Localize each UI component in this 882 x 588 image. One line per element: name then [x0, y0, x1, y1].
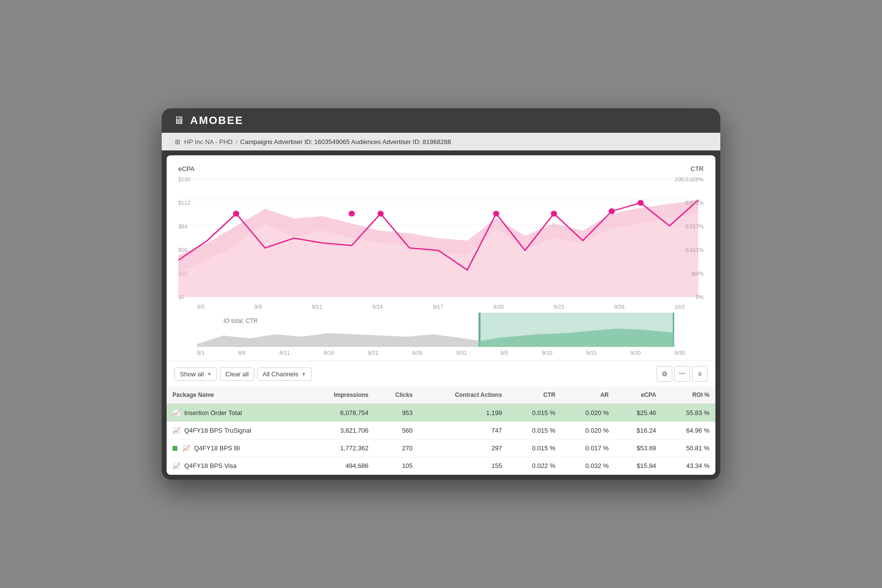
cell-impressions: 484,686 — [304, 457, 374, 475]
svg-point-11 — [493, 211, 499, 217]
cell-ar: 0.020 % — [561, 422, 614, 440]
cell-roi: 50.81 % — [662, 440, 715, 457]
breadcrumb-separator: / — [236, 138, 238, 146]
mini-chart-inner: IO total: CTR — [197, 313, 674, 347]
svg-point-13 — [609, 208, 615, 214]
chart-icon: 〰 — [679, 370, 686, 378]
gear-icon: ⚙ — [662, 370, 668, 378]
cell-clicks: 105 — [374, 457, 418, 475]
cell-roi: 55.83 % — [662, 404, 715, 422]
chevron-down-icon: ▼ — [207, 371, 212, 377]
cell-clicks: 270 — [374, 440, 418, 457]
cell-package-name: 📈Q4FY18 BPS BI — [167, 440, 304, 457]
cell-package-name: 📈Insertion Order Total — [167, 404, 304, 421]
mini-chart-label: IO total: CTR — [220, 317, 261, 325]
svg-point-10 — [377, 211, 384, 217]
cell-ctr: 0.015 % — [508, 440, 562, 457]
table-controls: Show all ▼ Clear all All Channels ▼ ⚙ 〰 — [167, 361, 715, 387]
screen-wrapper: 🖥 AMOBEE ⊞ HP Inc NA - PHD / Campaigns A… — [162, 108, 720, 480]
grid-icon: ⊞ — [173, 138, 181, 146]
cell-package-name: 📈Q4FY18 BPS Visa — [167, 457, 304, 474]
cell-ar: 0.017 % — [561, 440, 614, 457]
col-header-clicks: Clicks — [374, 387, 418, 404]
row-name: Q4FY18 BPS BI — [194, 444, 240, 452]
svg-point-9 — [348, 211, 355, 217]
chevron-down-icon-2: ▼ — [301, 371, 306, 377]
cell-ecpa: $15.84 — [614, 457, 662, 475]
top-bar: 🖥 AMOBEE — [162, 108, 720, 133]
chart-right-label: CTR — [690, 165, 704, 172]
cell-ctr: 0.015 % — [508, 422, 562, 440]
settings-button[interactable]: ⚙ — [657, 366, 672, 382]
table-row[interactable]: 📈Insertion Order Total6,078,7549531,1990… — [167, 404, 715, 422]
mini-y-spacer — [178, 313, 197, 347]
col-header-package: Package Name — [167, 387, 304, 404]
controls-right: ⚙ 〰 ≡ — [657, 366, 708, 382]
svg-point-8 — [233, 211, 239, 217]
mini-y-right-spacer — [674, 313, 704, 347]
table-body: 📈Insertion Order Total6,078,7549531,1990… — [167, 404, 715, 475]
data-table: Package Name Impressions Clicks Contract… — [167, 387, 715, 475]
row-chart-icon: 📈 — [172, 462, 180, 469]
green-square-icon — [172, 446, 177, 451]
header-row: Package Name Impressions Clicks Contract… — [167, 387, 715, 404]
col-header-ecpa: eCPA — [614, 387, 662, 404]
mini-chart-svg — [197, 313, 674, 347]
col-header-ctr: CTR — [508, 387, 562, 404]
cell-contract_actions: 297 — [418, 440, 508, 457]
app-logo: AMOBEE — [190, 114, 244, 127]
row-chart-icon: 📈 — [172, 409, 180, 416]
col-header-impressions: Impressions — [304, 387, 374, 404]
chart-svg-wrapper — [178, 174, 704, 302]
show-all-button[interactable]: Show all ▼ — [174, 368, 217, 381]
cell-ecpa: $16.24 — [614, 422, 662, 440]
cell-contract_actions: 155 — [418, 457, 508, 475]
chart-left-label: eCPA — [178, 165, 195, 172]
table-row[interactable]: 📈Q4FY18 BPS Visa484,6861051550.022 %0.03… — [167, 457, 715, 475]
row-chart-icon: 📈 — [172, 427, 180, 434]
chart-labels-top: eCPA CTR — [178, 165, 704, 172]
show-all-label: Show all — [180, 370, 204, 378]
y-axis-right: 200,0.028% 0.022% 0.017% 0.011% 6m% 0% — [674, 174, 704, 302]
col-header-contract: Contract Actions — [418, 387, 508, 404]
cell-impressions: 3,821,706 — [304, 422, 374, 440]
cell-ctr: 0.015 % — [508, 404, 562, 422]
cell-roi: 64.96 % — [662, 422, 715, 440]
table-row[interactable]: 📈Q4FY18 BPS BI1,772,3622702970.015 %0.01… — [167, 440, 715, 457]
breadcrumb-current: Campaigns Advertiser ID: 1603549065 Audi… — [240, 138, 451, 146]
col-header-ar: AR — [561, 387, 614, 404]
svg-point-12 — [551, 211, 557, 217]
row-chart-icon: 📈 — [182, 444, 190, 452]
table-row[interactable]: 📈Q4FY18 BPS TruSignal3,821,7065607470.01… — [167, 422, 715, 440]
clear-label: Clear all — [225, 370, 249, 378]
cell-impressions: 1,772,362 — [304, 440, 374, 457]
col-header-roi: ROI % — [662, 387, 715, 404]
controls-left: Show all ▼ Clear all All Channels ▼ — [174, 368, 653, 381]
menu-icon: ≡ — [698, 370, 702, 378]
row-name: Q4FY18 BPS Visa — [184, 462, 237, 469]
mini-chart: IO total: CTR — [178, 313, 704, 347]
cell-ecpa: $53.69 — [614, 440, 662, 457]
cell-impressions: 6,078,754 — [304, 404, 374, 422]
chart-toggle-button[interactable]: 〰 — [674, 366, 690, 382]
clear-button[interactable]: Clear all — [220, 368, 254, 381]
channels-dropdown[interactable]: All Channels ▼ — [257, 368, 312, 381]
x-axis-main: 9/5 9/8 9/11 9/14 9/17 9/20 9/23 9/26 10… — [178, 302, 704, 310]
mini-x-axis: 8/1 8/6 8/11 8/16 8/21 8/26 8/31 9/5 9/1… — [178, 348, 704, 356]
channels-label: All Channels — [263, 370, 298, 378]
cell-clicks: 953 — [374, 404, 418, 422]
cell-ecpa: $25.46 — [614, 404, 662, 422]
breadcrumb: ⊞ HP Inc NA - PHD / Campaigns Advertiser… — [162, 133, 720, 150]
row-name: Q4FY18 BPS TruSignal — [184, 427, 251, 434]
breadcrumb-parent[interactable]: HP Inc NA - PHD — [184, 138, 233, 146]
main-card: eCPA CTR $140 $112 $84 $56 $28 $0 — [167, 155, 715, 475]
cell-ctr: 0.022 % — [508, 457, 562, 475]
cell-ar: 0.032 % — [561, 457, 614, 475]
svg-point-14 — [637, 200, 644, 206]
chart-svg — [178, 174, 704, 302]
row-name: Insertion Order Total — [184, 409, 242, 416]
main-chart: $140 $112 $84 $56 $28 $0 — [178, 174, 704, 302]
monitor-icon: 🖥 — [173, 114, 184, 127]
cell-package-name: 📈Q4FY18 BPS TruSignal — [167, 422, 304, 439]
menu-button[interactable]: ≡ — [692, 366, 708, 382]
